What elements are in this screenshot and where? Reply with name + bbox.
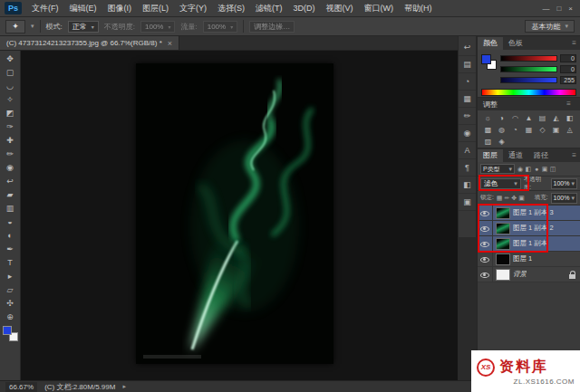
red-value[interactable]: 0 — [560, 54, 576, 62]
adjustment-icon[interactable]: ◔ — [508, 124, 522, 136]
clone-stamp-tool[interactable]: ◉ — [1, 160, 20, 174]
layer-thumbnail[interactable] — [496, 223, 510, 234]
panel-menu-icon[interactable]: ≡ — [566, 98, 575, 110]
styles-panel-icon[interactable]: ◧ — [459, 177, 476, 194]
filter-type-icon[interactable]: ◉ — [517, 166, 524, 173]
quick-selection-tool[interactable]: ✧ — [1, 92, 20, 106]
menu-item[interactable]: 3D(D) — [288, 0, 321, 17]
maximize-button[interactable]: □ — [556, 5, 561, 13]
status-menu-caret-icon[interactable]: ▸ — [122, 383, 126, 390]
crop-tool[interactable]: ◩ — [1, 106, 20, 120]
visibility-eye-icon[interactable] — [480, 270, 489, 279]
layer-row[interactable]: 图层 1 副本 2 — [478, 221, 580, 236]
red-slider[interactable] — [500, 55, 557, 62]
layer-row[interactable]: 图层 1 — [478, 252, 580, 267]
close-button[interactable]: × — [568, 5, 573, 13]
menu-item[interactable]: 文件(F) — [26, 0, 64, 17]
shape-tool[interactable]: ▱ — [1, 282, 20, 296]
layer-thumbnail[interactable] — [496, 238, 510, 250]
document-tab[interactable]: (C) 47373124213237355.jpg @ 66.7%(RGB/8)… — [0, 36, 179, 50]
filter-type-icon[interactable]: ● — [533, 166, 540, 173]
green-slider[interactable] — [500, 66, 557, 72]
adjustment-icon[interactable]: ▤ — [536, 112, 549, 124]
lock-option-icon[interactable]: ✏ — [504, 195, 509, 202]
filter-type-icon[interactable]: ◧ — [525, 166, 532, 173]
filter-type-icon[interactable]: ▣ — [541, 166, 548, 173]
adjustment-icon[interactable]: ▨ — [481, 136, 495, 148]
blue-value[interactable]: 255 — [560, 76, 576, 84]
layer-row[interactable]: 图层 1 副本 — [478, 236, 580, 252]
menu-item[interactable]: 窗口(W) — [359, 0, 400, 17]
marquee-tool[interactable]: ▢ — [1, 65, 20, 79]
adjustment-icon[interactable]: ◍ — [495, 124, 508, 136]
brush-tool[interactable]: ✏ — [1, 147, 20, 160]
foreground-color-swatch[interactable] — [481, 54, 491, 64]
zoom-level-field[interactable]: 66.67% — [5, 382, 37, 392]
adjustment-icon[interactable]: ◬ — [563, 124, 576, 136]
adjustment-icon[interactable]: ◑ — [495, 112, 508, 124]
panel-menu-icon[interactable]: ≡ — [572, 149, 580, 162]
menu-item[interactable]: 选择(S) — [212, 0, 250, 17]
tool-preset-icon[interactable]: ✦ — [5, 20, 25, 33]
adjustment-icon[interactable]: ▣ — [549, 124, 563, 136]
tool-preset-caret-icon[interactable]: ▾ — [31, 23, 34, 30]
lock-option-icon[interactable]: ✥ — [511, 195, 517, 202]
eyedropper-tool[interactable]: ✑ — [1, 120, 20, 133]
menu-item[interactable]: 滤镜(T) — [250, 0, 288, 17]
minimize-button[interactable]: — — [542, 5, 549, 13]
visibility-eye-icon[interactable] — [480, 254, 489, 263]
menu-item[interactable]: 图像(I) — [102, 0, 138, 17]
adjustment-icon[interactable]: ▲ — [522, 112, 536, 124]
blue-slider[interactable] — [500, 77, 557, 83]
zoom-tool[interactable]: ⊕ — [1, 310, 20, 323]
adjustment-icon[interactable]: ◈ — [495, 136, 508, 148]
menu-item[interactable]: 编辑(E) — [64, 0, 102, 17]
panel-menu-icon[interactable]: ≡ — [572, 37, 580, 50]
info-panel-icon[interactable]: ◔ — [459, 73, 476, 91]
layer-row[interactable]: 背景 — [478, 267, 580, 282]
adjustment-icon[interactable]: ☼ — [481, 112, 495, 124]
brush-panel-icon[interactable]: ✏ — [459, 108, 476, 125]
layer-thumbnail[interactable] — [496, 269, 510, 281]
history-brush-tool[interactable]: ↩ — [1, 174, 20, 187]
color-spectrum-bar[interactable] — [481, 89, 576, 96]
green-value[interactable]: 0 — [560, 65, 576, 73]
tab-swatches[interactable]: 色板 — [503, 37, 528, 50]
visibility-eye-icon[interactable] — [480, 224, 489, 233]
pen-tool[interactable]: ✒ — [1, 242, 20, 255]
healing-brush-tool[interactable]: ✚ — [1, 133, 20, 147]
dodge-tool[interactable]: ◐ — [1, 228, 20, 242]
type-tool[interactable]: T — [1, 255, 20, 269]
layer-thumbnail[interactable] — [496, 207, 510, 219]
hand-tool[interactable]: ✣ — [1, 296, 20, 310]
paragraph-panel-icon[interactable]: ¶ — [459, 159, 476, 177]
tab-color[interactable]: 颜色 — [478, 37, 503, 50]
canvas-area[interactable] — [21, 51, 458, 380]
layer-opacity-select[interactable]: 100% ▾ — [551, 178, 577, 189]
layer-filter-select[interactable]: P类型 ▾ — [480, 164, 515, 174]
document-image[interactable] — [136, 63, 334, 364]
menu-item[interactable]: 图层(L) — [137, 0, 174, 17]
adjustment-icon[interactable]: ▦ — [522, 124, 536, 136]
adjustment-icon[interactable]: ◧ — [563, 112, 576, 124]
lasso-tool[interactable]: ◡ — [1, 79, 20, 92]
filter-type-icon[interactable]: ◫ — [549, 166, 556, 173]
workspace-switcher[interactable]: 基本功能 ▾ — [525, 20, 575, 33]
foreground-color-swatch[interactable] — [3, 326, 12, 335]
properties-panel-icon[interactable]: ▤ — [459, 56, 476, 73]
lock-option-icon[interactable]: ▦ — [497, 195, 503, 202]
adjustment-icon[interactable]: ◭ — [549, 112, 563, 124]
menu-item[interactable]: 帮助(H) — [399, 0, 438, 17]
close-tab-icon[interactable]: × — [168, 39, 172, 48]
visibility-eye-icon[interactable] — [480, 208, 489, 217]
blend-mode-select[interactable]: 滤色 ▾ — [480, 178, 521, 189]
menu-item[interactable]: 文字(Y) — [174, 0, 212, 17]
menu-item[interactable]: 视图(V) — [321, 0, 359, 17]
mode-select[interactable]: 正常 ▾ — [68, 21, 99, 33]
character-panel-icon[interactable]: A — [459, 142, 476, 159]
adjustment-icon[interactable]: ◠ — [508, 112, 522, 124]
timeline-panel-icon[interactable]: ▣ — [459, 194, 476, 211]
fill-select[interactable]: 100% ▾ — [551, 193, 577, 204]
layer-row[interactable]: 图层 1 副本 3 — [478, 206, 580, 221]
tab-paths[interactable]: 路径 — [528, 149, 554, 162]
